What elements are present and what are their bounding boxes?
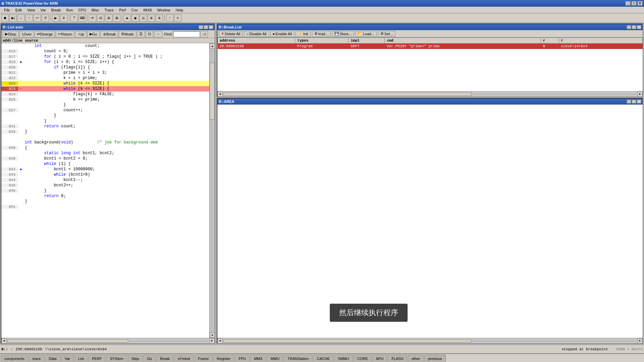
break-h-track[interactable]: [223, 93, 637, 96]
break-button[interactable]: ⏸ Break: [100, 31, 118, 38]
area-h-thumb[interactable]: [223, 339, 471, 343]
toolbar-script-button[interactable]: ↑: [166, 14, 173, 22]
tab-var[interactable]: Var: [61, 355, 74, 362]
tab-mmx[interactable]: MMX: [250, 355, 266, 362]
left-panel-maximize[interactable]: □: [204, 25, 208, 29]
tab-previous[interactable]: previous: [424, 355, 446, 362]
menu-break[interactable]: Break: [49, 7, 64, 13]
scroll-track[interactable]: [210, 49, 215, 333]
break-minimize-button[interactable]: _: [627, 25, 631, 29]
area-maximize-button[interactable]: □: [632, 100, 636, 104]
menu-help[interactable]: Help: [173, 7, 186, 13]
toolbar-b1-button[interactable]: ◈: [123, 14, 131, 22]
tab-core[interactable]: CORE: [354, 355, 372, 362]
area-scroll-left[interactable]: ◄: [217, 338, 223, 344]
scroll-left-button[interactable]: ◄: [1, 338, 7, 344]
set-button[interactable]: ⚙ Set...: [378, 31, 395, 37]
break-scroll-right[interactable]: ►: [637, 92, 643, 97]
toolbar-down-button[interactable]: ↓: [17, 14, 25, 22]
toolbar-go-button[interactable]: ▶: [52, 14, 59, 22]
init-button[interactable]: ⚡ Init: [296, 31, 311, 37]
tab-smmu[interactable]: SMMU: [334, 355, 353, 362]
table-row[interactable]: ZR:00902168 Program SOFT Var.PRINT "prim…: [218, 44, 643, 49]
menu-window[interactable]: Window: [155, 7, 173, 13]
toolbar-layout3-button[interactable]: ⊠: [113, 14, 120, 22]
toolbar-next-button[interactable]: ▶|: [9, 14, 17, 22]
toolbar-more-button[interactable]: ≡: [174, 14, 181, 22]
return-button[interactable]: ↩ Return: [56, 31, 74, 38]
scroll-up-button[interactable]: ▲: [210, 43, 215, 49]
h-scroll-thumb[interactable]: [7, 339, 128, 343]
enable-all-button[interactable]: ● Enable All: [270, 31, 294, 37]
mode-button[interactable]: ⚙ Mode: [119, 31, 136, 38]
tab-flash[interactable]: FLASH: [388, 355, 407, 362]
close-button[interactable]: ✕: [637, 1, 643, 6]
toolbar-step-button[interactable]: ⏺: [1, 14, 9, 22]
toolbar-return-button[interactable]: ↩: [34, 14, 41, 22]
tab-apu[interactable]: APU: [372, 355, 387, 362]
diverge-button[interactable]: ⇌ Diverge: [35, 31, 55, 38]
delete-all-button[interactable]: ✕ Delete All: [219, 31, 243, 37]
menu-cov[interactable]: Cov: [128, 7, 141, 13]
tab-mmu[interactable]: MMU: [267, 355, 283, 362]
left-panel-close[interactable]: ✕: [209, 25, 213, 29]
over-button[interactable]: ⤵ Over: [19, 31, 34, 38]
menu-run[interactable]: Run: [63, 7, 75, 13]
toolbar-help-button[interactable]: ?: [70, 14, 78, 22]
area-scroll-right[interactable]: ►: [637, 338, 643, 344]
tab-perf[interactable]: PERF: [88, 355, 105, 362]
code-area[interactable]: int count; 815 count = 0; 817 for ( i = …: [1, 43, 209, 338]
menu-perf[interactable]: Perf: [116, 7, 128, 13]
h-scroll-track[interactable]: [7, 339, 209, 343]
tab-list[interactable]: List: [74, 355, 88, 362]
menu-var[interactable]: Var: [38, 7, 48, 13]
break-close-button[interactable]: ✕: [637, 25, 641, 29]
find-input[interactable]: [173, 31, 200, 37]
load-button[interactable]: 📂 Load...: [355, 31, 377, 37]
minimize-button[interactable]: _: [625, 1, 631, 6]
break-hscrollbar[interactable]: ◄ ►: [217, 91, 643, 97]
toolbar-term-button[interactable]: ⌨: [78, 14, 86, 22]
scroll-down-button[interactable]: ▼: [210, 333, 215, 338]
tab-step[interactable]: Step: [128, 355, 143, 362]
tab-cache[interactable]: CACHE: [313, 355, 334, 362]
break-h-thumb[interactable]: [223, 93, 471, 96]
toolbar-up-button[interactable]: ↑: [25, 14, 33, 22]
menu-trace[interactable]: Trace: [102, 7, 116, 13]
toolbar-b2-button[interactable]: ◉: [131, 14, 139, 22]
tab-break[interactable]: Break: [156, 355, 173, 362]
break-scroll-left[interactable]: ◄: [217, 92, 223, 97]
step-button[interactable]: ▶| Step: [3, 31, 19, 38]
extra-btn2[interactable]: ⊡: [146, 31, 153, 38]
menu-cpu[interactable]: CPU: [76, 7, 89, 13]
tab-fpu[interactable]: FPU: [235, 355, 250, 362]
menu-view[interactable]: View: [24, 7, 38, 13]
extra-btn1[interactable]: ☰: [137, 31, 145, 38]
find-prev-button[interactable]: ◁: [201, 31, 208, 38]
area-minimize-button[interactable]: _: [627, 100, 631, 104]
disable-all-button[interactable]: ○ Disable All: [244, 31, 269, 37]
tab-data[interactable]: Data: [45, 355, 60, 362]
toolbar-restart-button[interactable]: ↺: [42, 14, 49, 22]
tab-translation[interactable]: TRANSlation: [284, 355, 313, 362]
menu-file[interactable]: File: [1, 7, 13, 13]
area-close-button[interactable]: ✕: [637, 100, 641, 104]
toolbar-layout2-button[interactable]: ⊞: [105, 14, 112, 22]
go-button[interactable]: ▶ Go: [87, 31, 100, 38]
code-hscrollbar[interactable]: ◄ ►: [1, 338, 215, 343]
area-hscrollbar[interactable]: ◄ ►: [217, 338, 643, 343]
toolbar-b4-button[interactable]: ⊕: [148, 14, 155, 22]
toolbar-refresh-button[interactable]: ⟳: [89, 14, 96, 22]
menu-imx6[interactable]: IMX6: [141, 7, 155, 13]
store-button[interactable]: 💾 Store...: [332, 31, 354, 37]
impl-button[interactable]: ⚙ Impl...: [312, 31, 331, 37]
extra-btn3[interactable]: →: [154, 31, 162, 38]
break-maximize-button[interactable]: □: [632, 25, 636, 29]
scroll-right-button[interactable]: ►: [209, 338, 215, 344]
toolbar-pause-button[interactable]: ⏸: [60, 14, 67, 22]
up-button[interactable]: ↑ Up: [75, 31, 87, 38]
maximize-button[interactable]: □: [631, 1, 637, 6]
toolbar-b3-button[interactable]: ◎: [140, 14, 147, 22]
tab-trace[interactable]: trace: [29, 355, 44, 362]
area-h-track[interactable]: [223, 339, 637, 343]
